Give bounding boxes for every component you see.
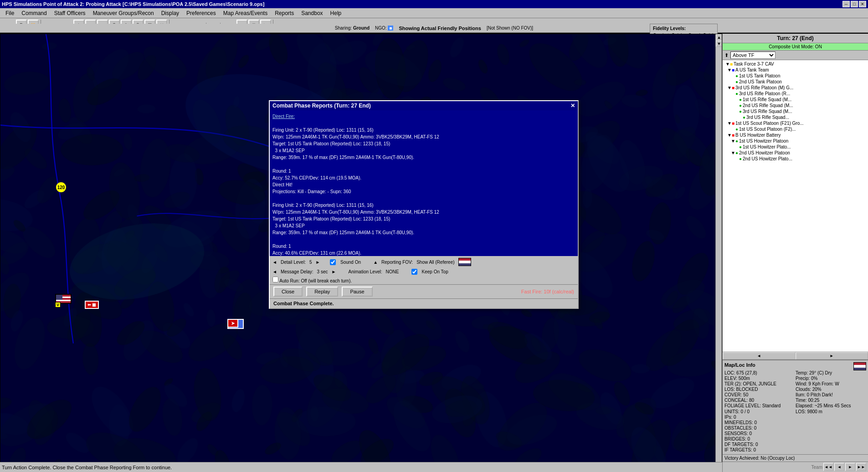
detail-level-right: ► <box>316 260 320 265</box>
close-button[interactable]: Close <box>273 287 303 297</box>
level-select[interactable]: Above TF TF Level Company Level <box>730 51 776 59</box>
nav-next-btn[interactable]: ► <box>845 463 855 471</box>
maploc-foliage: FOLIAGE LEVEL: Standard <box>724 403 795 408</box>
replay-button[interactable]: Replay <box>306 287 338 297</box>
sound-on-checkbox[interactable] <box>330 259 336 265</box>
tree-item-1st-scout-platoon[interactable]: ▼ ■ 1st US Scout Platoon (F21) Gro... <box>724 120 867 126</box>
maploc-ips: IPs: 0 <box>724 415 795 420</box>
msg-delay-label: Message Delay: <box>281 269 313 274</box>
team-label: Team <box>812 465 822 470</box>
combat-dialog-close-x[interactable]: ✕ <box>570 103 575 109</box>
combat-dialog-footer: Close Replay Pause Fast Fire: 10f (calc/… <box>270 284 578 298</box>
maploc-cover: COVER: 50 <box>724 392 795 397</box>
tree-item-a-tank-team[interactable]: ▼ ■ A US Tank Team <box>724 67 867 73</box>
tree-item-taskforce[interactable]: ▼ ■ Task Force 3-7 CAV <box>724 61 867 67</box>
tree-item-3rd-rifle-squad-2[interactable]: ● 3rd US Rifle Squad... <box>724 114 867 120</box>
map-scrollbar[interactable]: ▲ ▼ <box>715 34 722 472</box>
keep-on-top-checkbox[interactable] <box>411 269 417 275</box>
tree-item-2nd-howitzer-platoon[interactable]: ▼ ● 2nd US Howitzer Platoon <box>724 150 867 156</box>
maploc-ilum: Ilum: 0 Pitch Dark! <box>796 392 866 397</box>
auto-run-checkbox[interactable] <box>272 277 278 282</box>
report-line-6: Firing Unit: 2 x T-90 (Reported) Loc: 13… <box>272 203 374 208</box>
maploc-info: Map/Loc Info LOC: 675 (27,8) Temp: 29° (… <box>723 360 868 454</box>
victory-text: Victory Achieved: No (Occupy Loc) <box>724 456 795 461</box>
nav-next-next-btn[interactable]: ►► <box>856 463 866 471</box>
menu-help[interactable]: Help <box>327 9 345 17</box>
tree-item-1st-rifle-squad[interactable]: ● 1st US Rifle Squad (M... <box>724 97 867 103</box>
oob-tree[interactable]: ▼ ■ Task Force 3-7 CAV ▼ ■ A US Tank Tea… <box>723 60 868 352</box>
maploc-elev: ELEV: 500m <box>724 376 795 381</box>
tree-scroll-left-btn[interactable]: ◄ <box>723 352 796 359</box>
combat-dialog-body[interactable]: Direct Fire: Firing Unit: 2 x T-90 (Repo… <box>270 110 578 256</box>
info-center-bar: Sharing: Ground NGO: ■ Showing Actual Fr… <box>0 24 868 33</box>
map-unit-flag-1[interactable]: V <box>55 294 72 304</box>
tree-item-2nd-howitzer-plato[interactable]: ● 2nd US Howitzer Plato... <box>724 156 867 162</box>
scroll-down-btn[interactable]: ▼ <box>716 41 722 47</box>
report-accy-1: Accy: 52.7% CEP/Dev: 114 cm (19.5 MOA). <box>272 175 361 180</box>
anim-level-value: NONE <box>385 269 399 274</box>
maximize-button[interactable]: □ <box>851 1 858 7</box>
fast-fire-link[interactable]: Fast Fire: 10f (calc/real) <box>521 289 574 294</box>
tree-scroll-right-btn[interactable]: ► <box>796 352 868 359</box>
map-unit-red-1[interactable]: ⬅▦ <box>85 301 99 309</box>
report-line-4: 3 x M1A2 SEP <box>272 148 305 153</box>
maploc-time: Time: 00:25 <box>796 398 866 403</box>
tree-item-3rd-rifle-squad[interactable]: ● 3rd US Rifle Squad (M... <box>724 108 867 114</box>
maploc-if-targets: IF TARGETS: 0 <box>724 447 795 452</box>
reporting-fov-text: Reporting FOV: <box>381 260 413 265</box>
msg-delay-value: 3 sec <box>317 269 328 274</box>
msg-delay-nav: ◄ <box>272 269 277 274</box>
auto-run-label: Auto Run: Off (will break each turn). <box>279 278 352 283</box>
showing-text: Showing Actual Friendly Positions <box>399 26 481 31</box>
tree-item-3rd-rifle-platoon-m[interactable]: ▼ ■ 3rd US Rifle Platoon (M) G... <box>724 85 867 91</box>
maploc-elapsed: Elapsed: ~25 Mins 45 Secs <box>796 403 866 408</box>
unit-v-label: V <box>55 302 61 308</box>
detail-level-label-text: Detail Level: <box>281 260 306 265</box>
maploc-loc: LOC: 675 (27,8) <box>724 370 795 375</box>
maploc-temp: Temp: 29° (C) Dry <box>796 370 866 375</box>
report-line-3: Target: 1st US Tank Platoon (Reported) L… <box>272 141 390 146</box>
report-line-2: W/pn: 125mm 2A46M-1 TK Gun(T-80U,90) Amm… <box>272 134 439 139</box>
turn-indicator: Turn: 27 (End) <box>723 34 868 43</box>
tree-item-1st-howitzer-plato[interactable]: ● 1st US Howitzer Plato... <box>724 144 867 150</box>
menu-reports[interactable]: Reports <box>271 9 298 17</box>
menu-staff-officers[interactable]: Staff Officers <box>51 9 89 17</box>
menu-sandbox[interactable]: Sandbox <box>298 9 326 17</box>
report-line-1: Firing Unit: 2 x T-90 (Reported) Loc: 13… <box>272 128 374 133</box>
map-unit-arrow[interactable]: ➤ <box>227 319 238 328</box>
direct-fire-link[interactable]: Direct Fire: <box>272 114 295 119</box>
tree-item-2nd-tank-platoon[interactable]: ● 2nd US Tank Platoon <box>724 79 867 85</box>
maploc-title: Map/Loc Info <box>724 362 755 368</box>
maploc-minefields: MINEFIELDS: 0 <box>724 420 795 425</box>
tree-item-3rd-rifle-platoon-r[interactable]: ● 3rd US Rifle Platoon (R... <box>724 91 867 97</box>
menu-command[interactable]: Command <box>18 9 50 17</box>
maploc-los: LOS: BLOCKED <box>724 387 795 392</box>
tree-item-1st-tank-platoon[interactable]: ● 1st US Tank Platoon <box>724 73 867 79</box>
pause-button[interactable]: Pause <box>342 287 372 297</box>
minimize-button[interactable]: ─ <box>842 1 850 7</box>
tree-item-1st-howitzer-platoon[interactable]: ▼ ● 1st US Howitzer Platoon <box>724 138 867 144</box>
nav-prev-btn[interactable]: ◄ <box>834 463 844 471</box>
detail-level-label: ◄ <box>272 260 277 265</box>
reporting-fov-label: ▲ <box>373 260 378 265</box>
menu-maneuver[interactable]: Maneuver Groups/Recon <box>89 9 158 17</box>
right-panel: Turn: 27 (End) Composite Unit Mode: ON ⬆… <box>722 34 868 472</box>
maploc-clouds: Clouds: 20% <box>796 387 866 392</box>
close-button[interactable]: ✕ <box>859 1 866 7</box>
unit-mode-bar: Composite Unit Mode: ON <box>723 43 868 51</box>
nav-prev-prev-btn[interactable]: ◄◄ <box>823 463 833 471</box>
sound-on-label: Sound On <box>340 260 361 265</box>
not-shown-text: [Not Shown (NO FOV)] <box>487 26 533 31</box>
scroll-up-btn[interactable]: ▲ <box>716 34 722 41</box>
menu-display[interactable]: Display <box>158 9 183 17</box>
tree-item-b-howitzer-battery[interactable]: ▼ ■ B US Howitzer Battery <box>724 132 867 138</box>
report-accy-2: Accy: 40.6% CEP/Dev: 131 cm (22.6 MOA). <box>272 251 361 256</box>
fidelity-title: Fidelity Levels: <box>653 26 686 31</box>
level-icon: ⬆ <box>724 52 729 58</box>
tree-item-2nd-rifle-squad[interactable]: ● 2nd US Rifle Squad (M... <box>724 103 867 108</box>
menu-preferences[interactable]: Preferences <box>183 9 220 17</box>
victory-nav: Team ◄◄ ◄ ► ►► <box>723 462 868 472</box>
tree-item-1st-scout-platoon-2[interactable]: ● 1st US Scout Platoon (F2)... <box>724 126 867 132</box>
menu-map-areas[interactable]: Map Areas/Events <box>220 9 271 17</box>
menu-file[interactable]: File <box>2 9 18 17</box>
